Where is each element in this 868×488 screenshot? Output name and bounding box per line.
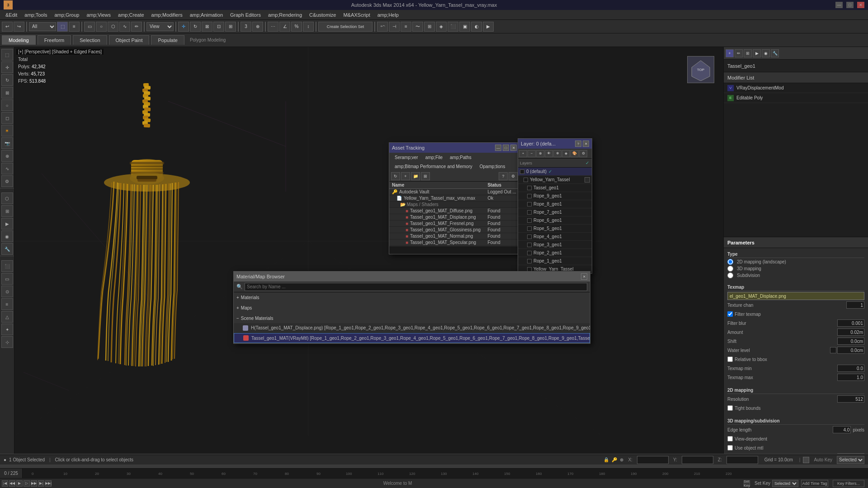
viewport[interactable]: [+] [Perspective] [Shaded + Edged Faces]… — [14, 47, 723, 454]
tab-object-paint[interactable]: Object Paint — [109, 35, 150, 45]
left-btn-motion[interactable]: ▶ — [1, 218, 13, 230]
menu-views[interactable]: amp;Views — [83, 11, 114, 19]
circle-select[interactable]: ○ — [96, 22, 107, 32]
pivot-set[interactable]: ⊕ — [252, 22, 263, 32]
left-btn-select[interactable]: ⬚ — [1, 49, 13, 61]
type-3d-radio[interactable] — [727, 266, 733, 272]
asset-row-maps-group[interactable]: 📂 Maps / Shaders — [389, 202, 519, 208]
close-button[interactable]: ✕ — [857, 2, 864, 8]
left-btn-helpers[interactable]: ⊕ — [1, 150, 13, 162]
hierarchy-panel-btn[interactable]: ⊞ — [744, 49, 752, 57]
active-shade[interactable]: ◐ — [471, 22, 482, 32]
asset-menu-paths[interactable]: amp;Paths — [446, 155, 475, 160]
asset-menu-server[interactable]: Seramp;ver — [391, 155, 422, 160]
asset-row-normal[interactable]: ■Tassel_geo1_MAT_Normal.png Found — [389, 233, 519, 239]
asset-row-displace[interactable]: ■Tassel_geo1_MAT_Displace.png Found — [389, 214, 519, 221]
edge-length-input[interactable] — [833, 426, 851, 433]
menu-customize[interactable]: C&ustomize — [306, 11, 340, 19]
add-time-tag-btn[interactable]: Add Time Tag — [801, 480, 828, 487]
asset-btn-folder[interactable]: 📁 — [411, 172, 420, 180]
filter-texmap-checkbox[interactable] — [727, 311, 733, 317]
asset-tracking-titlebar[interactable]: Asset Tracking — □ ✕ — [389, 143, 519, 153]
play-btn[interactable]: ▶ — [16, 480, 23, 487]
asset-row-diffuse[interactable]: ■Tassel_geo1_MAT_Diffuse.png Found — [389, 208, 519, 214]
left-btn-extra7[interactable]: ⊹ — [1, 336, 13, 348]
tab-selection[interactable]: Selection — [73, 35, 107, 45]
left-btn-move[interactable]: ✛ — [1, 61, 13, 73]
layer-item-yarn-tassel[interactable]: Yellow_Yarn_Tassel — [518, 176, 592, 184]
tab-populate[interactable]: Populate — [151, 35, 184, 45]
menu-graph-editors[interactable]: Graph Editors — [226, 11, 264, 19]
menu-create[interactable]: amp;Create — [114, 11, 147, 19]
layer-item-rope4[interactable]: Rope_4_geo1 — [518, 233, 592, 241]
layer-item-rope9[interactable]: Rope_9_geo1 — [518, 192, 592, 200]
left-btn-extra3[interactable]: ⊙ — [1, 286, 13, 297]
asset-menu-file[interactable]: amp;File — [422, 155, 446, 160]
select-name[interactable]: ≡ — [69, 22, 80, 32]
select-object[interactable]: ⬚ — [57, 22, 68, 32]
layer-item-rope8[interactable]: Rope_8_geo1 — [518, 200, 592, 208]
key-filters-btn[interactable]: Key Filters... — [833, 480, 864, 487]
asset-row-fresnel[interactable]: ■Tassel_geo1_MAT_Fresnel.png Found — [389, 221, 519, 227]
mat-section-scene-header[interactable]: − Scene Materials — [234, 313, 590, 323]
layer-btn-freeze[interactable]: ❄ — [553, 150, 561, 157]
asset-btn-refresh[interactable]: ↻ — [391, 172, 400, 180]
mat-item-vray[interactable]: Tassel_geo1_MAT(VRayMtl) [Rope_1_geo1,Ro… — [234, 333, 590, 343]
tight-bounds-checkbox[interactable] — [727, 405, 733, 411]
mat-section-materials-header[interactable]: + Materials — [234, 292, 590, 302]
asset-row-specular[interactable]: ■Tassel_geo1_MAT_Specular.png Found — [389, 239, 519, 246]
layer-item-rope2[interactable]: Rope_2_geo1 — [518, 249, 592, 257]
scale-tool[interactable]: ⊠ — [202, 22, 212, 32]
curve-editor[interactable]: 〜 — [412, 22, 423, 32]
x-coord-input[interactable] — [637, 456, 669, 464]
rotate-tool[interactable]: ↻ — [190, 22, 201, 32]
prev-key-btn[interactable]: ◀◀ — [9, 480, 15, 487]
set-key-btn[interactable]: Set Key — [744, 480, 750, 487]
texmap-min-input[interactable] — [837, 365, 864, 372]
left-btn-display[interactable]: ◉ — [1, 230, 13, 242]
display-panel-btn[interactable]: ◉ — [762, 49, 770, 57]
asset-row-vault[interactable]: 🔑Autodesk Vault Logged Out ... — [389, 189, 519, 195]
move-tool[interactable]: ✛ — [178, 22, 189, 32]
asset-tracking-minimize[interactable]: — — [495, 145, 501, 151]
amount-input[interactable] — [837, 328, 864, 336]
tab-freeform[interactable]: Freeform — [38, 35, 71, 45]
layer-btn-hide[interactable]: 👁 — [545, 150, 553, 157]
z-coord-input[interactable] — [726, 456, 758, 464]
toolbar-redo[interactable]: ↪ — [14, 22, 24, 32]
named-select[interactable]: Create Selection Set — [318, 22, 373, 32]
layer-btn-new[interactable]: + — [519, 150, 527, 157]
layer-item-rope7[interactable]: Rope_7_geo1 — [518, 208, 592, 216]
utilities-panel-btn[interactable]: 🔧 — [771, 49, 779, 57]
snap-angle[interactable]: ∠ — [279, 22, 290, 32]
fence-select[interactable]: ⬡ — [108, 22, 118, 32]
material-browser-titlebar[interactable]: Material/Map Browser ✕ — [234, 272, 590, 282]
layer-item-rope5[interactable]: Rope_5_geo1 — [518, 225, 592, 233]
layer-btn-render[interactable]: ◈ — [562, 150, 570, 157]
asset-scrollbar[interactable] — [389, 246, 519, 254]
scale-uniform[interactable]: ⊡ — [213, 22, 224, 32]
navigation-cube[interactable]: TOP — [687, 56, 714, 83]
layer-item-rope6[interactable]: Rope_6_geo1 — [518, 216, 592, 225]
menu-rendering[interactable]: amp;Rendering — [264, 11, 306, 19]
layer-btn-settings[interactable]: ⚙ — [579, 150, 587, 157]
asset-row-file[interactable]: 📄Yellow_Yarn_Tassel_max_vray.max Ok — [389, 195, 519, 202]
selection-filter[interactable]: All — [29, 22, 56, 31]
asset-btn-grid[interactable]: ⊞ — [421, 172, 430, 180]
left-btn-cameras[interactable]: 📷 — [1, 137, 13, 149]
water-level-input[interactable] — [837, 347, 864, 354]
resolution-input[interactable] — [837, 395, 864, 403]
left-btn-lights[interactable]: ☀ — [1, 125, 13, 136]
asset-btn-help[interactable]: ? — [499, 172, 508, 180]
ref-coord[interactable]: 3 — [241, 22, 251, 32]
prev-frame-btn[interactable]: |◀ — [2, 480, 8, 487]
last-frame-btn[interactable]: ▶▶| — [45, 480, 52, 487]
menu-tools[interactable]: amp;Tools — [21, 11, 51, 19]
snap-percent[interactable]: % — [291, 22, 302, 32]
squash-tool[interactable]: ⊞ — [225, 22, 236, 32]
asset-tracking-close[interactable]: ✕ — [510, 145, 517, 151]
texture-chan-input[interactable] — [846, 301, 864, 309]
menu-group[interactable]: amp;Group — [51, 11, 83, 19]
left-btn-spacewarps[interactable]: ∿ — [1, 163, 13, 174]
modifier-vray-displacement[interactable]: V VRayDisplacementMod — [724, 83, 868, 93]
